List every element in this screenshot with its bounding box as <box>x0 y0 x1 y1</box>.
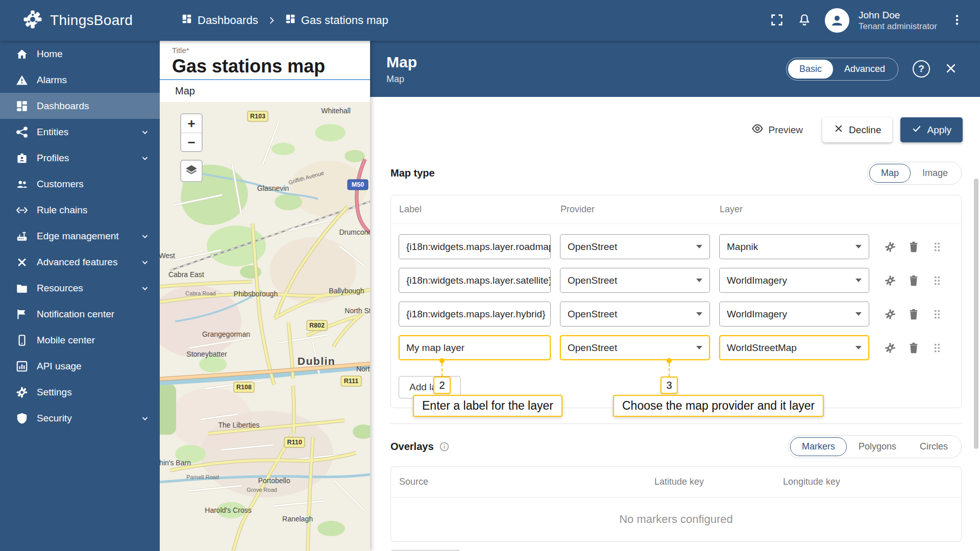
app-name: ThingsBoard <box>50 12 133 29</box>
apply-button[interactable]: Apply <box>900 117 963 142</box>
row-settings-button[interactable] <box>884 240 897 254</box>
provider-select[interactable]: OpenStreet <box>560 268 710 293</box>
row-drag-handle[interactable] <box>930 240 944 254</box>
map-type-heading: Map type <box>390 167 435 179</box>
help-button[interactable]: ? <box>913 60 930 78</box>
sidebar-item-edge-management[interactable]: Edge management <box>0 223 160 249</box>
row-drag-handle[interactable] <box>930 341 944 355</box>
basic-advanced-toggle: Basic Advanced <box>786 58 898 81</box>
sidebar-item-notification-center[interactable]: Notification center <box>0 301 160 327</box>
toggle-markers[interactable]: Markers <box>790 437 847 456</box>
row-delete-button[interactable] <box>907 274 920 287</box>
panel-scrollbar[interactable] <box>974 179 978 449</box>
title-field-label: Title* <box>172 46 358 55</box>
tour-connector-line <box>442 363 443 377</box>
sidebar-item-api-usage[interactable]: API usage <box>0 353 160 379</box>
column-provider: Provider <box>560 204 720 215</box>
layer-label-input[interactable]: My map layer <box>399 335 551 360</box>
map-place-label: Grangegorman <box>202 330 250 338</box>
layer-select[interactable]: WorldStreetMap <box>719 335 869 360</box>
map-image-toggle: Map Image <box>867 162 962 185</box>
eye-icon <box>751 122 764 137</box>
dashboard-title-field[interactable]: Title* Gas stations map <box>160 41 370 80</box>
breadcrumb-dashboards[interactable]: Dashboards <box>181 13 258 28</box>
row-settings-button[interactable] <box>884 308 897 321</box>
map-place-label: Drumcondra <box>339 228 370 236</box>
sidebar-item-resources[interactable]: Resources <box>0 275 160 301</box>
entities-icon <box>14 124 29 139</box>
sidebar: Home Alarms Dashboards Entities Profiles… <box>0 41 160 551</box>
router-icon <box>14 229 29 243</box>
settings-panel-header: Map Map Basic Advanced ? <box>370 41 980 97</box>
breadcrumb-root-label: Dashboards <box>198 14 258 27</box>
sidebar-item-security[interactable]: Security <box>0 405 160 431</box>
sidebar-item-profiles[interactable]: Profiles <box>0 145 160 171</box>
sidebar-item-alarms[interactable]: Alarms <box>0 67 160 93</box>
dashboard-title-value[interactable]: Gas stations map <box>172 56 358 77</box>
table-row: {i18n:widgets.maps.layer.satellite} Open… <box>399 268 953 293</box>
toggle-map[interactable]: Map <box>869 164 911 183</box>
map-widget[interactable]: R103 M50 R802 R108 R111 R110 Whitehall G… <box>160 102 370 551</box>
map-place-label: North <box>356 365 370 373</box>
sidebar-item-settings[interactable]: Settings <box>0 379 160 405</box>
map-place-label: hin's Barn <box>160 459 191 467</box>
settings-actions: Preview Decline Apply <box>370 97 980 142</box>
layer-select[interactable]: Mapnik <box>719 234 869 259</box>
sidebar-item-entities[interactable]: Entities <box>0 119 160 145</box>
fullscreen-button[interactable] <box>770 13 784 29</box>
close-panel-button[interactable] <box>944 62 958 77</box>
breadcrumb-current[interactable]: Gas stations map <box>285 13 388 28</box>
dropdown-arrow-icon <box>855 279 862 282</box>
layer-select[interactable]: WorldImagery <box>719 302 869 327</box>
provider-select[interactable]: OpenStreet <box>560 302 710 327</box>
app-logo[interactable]: ThingsBoard <box>0 9 160 32</box>
sidebar-item-customers[interactable]: Customers <box>0 171 160 197</box>
layer-label-input[interactable]: {i18n:widgets.maps.layer.hybrid} <box>399 302 551 327</box>
row-delete-button[interactable] <box>907 341 920 355</box>
column-longitude-key: Longitude key <box>783 477 916 487</box>
provider-select[interactable]: OpenStreet <box>560 234 710 259</box>
tour-step-number: 3 <box>660 377 678 394</box>
layer-label-input[interactable]: {i18n:widgets.maps.layer.satellite} <box>399 268 551 293</box>
toggle-circles[interactable]: Circles <box>908 437 960 456</box>
sidebar-item-mobile-center[interactable]: Mobile center <box>0 327 160 353</box>
home-icon <box>14 46 29 61</box>
zoom-in-button[interactable]: + <box>181 114 202 133</box>
zoom-out-button[interactable]: − <box>181 133 202 151</box>
section-divider <box>390 423 962 424</box>
road-shield: R108 <box>236 384 252 391</box>
kebab-icon <box>950 13 964 28</box>
customers-icon <box>14 177 29 191</box>
table-row-highlighted: My map layer OpenStreet WorldStreetMap <box>399 335 953 360</box>
notifications-button[interactable] <box>797 13 812 29</box>
more-menu-button[interactable] <box>950 13 964 28</box>
fullscreen-icon <box>770 13 784 29</box>
layer-select[interactable]: WorldImagery <box>719 268 869 293</box>
sidebar-item-dashboards[interactable]: Dashboards <box>0 93 160 119</box>
row-settings-button[interactable] <box>884 274 897 287</box>
sidebar-item-rule-chains[interactable]: Rule chains <box>0 197 160 223</box>
sidebar-item-advanced-features[interactable]: Advanced features <box>0 249 160 275</box>
markers-card: Source Latitude key Longitude key No mar… <box>390 466 962 542</box>
decline-button[interactable]: Decline <box>822 117 892 142</box>
preview-button[interactable]: Preview <box>740 117 815 142</box>
toggle-polygons[interactable]: Polygons <box>847 437 908 456</box>
road-shield: R111 <box>344 378 359 385</box>
toggle-image[interactable]: Image <box>911 164 960 183</box>
row-delete-button[interactable] <box>907 240 920 254</box>
map-place-label: Whitehall <box>321 107 351 115</box>
sidebar-item-home[interactable]: Home <box>0 41 160 67</box>
toggle-basic[interactable]: Basic <box>788 60 833 79</box>
layer-label-input[interactable]: {i18n:widgets.maps.layer.roadmap} <box>399 234 551 259</box>
row-settings-button[interactable] <box>884 341 897 355</box>
chevron-right-icon <box>266 15 277 26</box>
row-drag-handle[interactable] <box>930 274 944 287</box>
map-layers-button[interactable] <box>180 160 203 182</box>
row-delete-button[interactable] <box>907 308 920 321</box>
toggle-advanced[interactable]: Advanced <box>833 60 896 79</box>
user-avatar[interactable] <box>825 8 849 33</box>
provider-select[interactable]: OpenStreet <box>560 335 710 360</box>
tour-tooltip: Choose the map provider and it layer <box>613 395 824 417</box>
overlays-heading: Overlays <box>390 441 434 453</box>
row-drag-handle[interactable] <box>930 308 944 321</box>
